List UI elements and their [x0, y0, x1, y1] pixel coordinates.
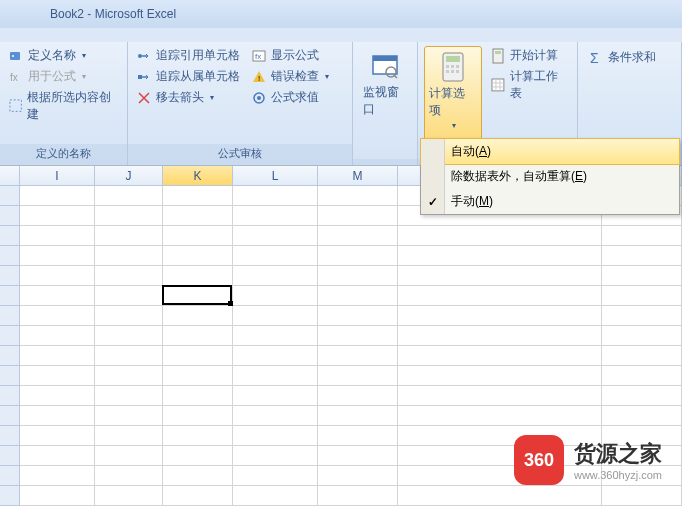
cell[interactable] — [20, 406, 95, 426]
cell[interactable] — [398, 486, 602, 506]
cell[interactable] — [318, 246, 398, 266]
cell[interactable] — [95, 206, 163, 226]
cell[interactable] — [95, 426, 163, 446]
cell[interactable] — [95, 266, 163, 286]
cell[interactable] — [602, 386, 682, 406]
cell[interactable] — [233, 246, 318, 266]
watch-window-button[interactable]: 监视窗口 — [359, 46, 411, 155]
row-header[interactable] — [0, 246, 20, 266]
col-header[interactable] — [0, 166, 20, 185]
cell[interactable] — [398, 406, 602, 426]
cell[interactable] — [163, 306, 233, 326]
cell[interactable] — [233, 366, 318, 386]
col-header-j[interactable]: J — [95, 166, 163, 185]
cell[interactable] — [95, 406, 163, 426]
cell[interactable] — [233, 186, 318, 206]
cell[interactable] — [318, 226, 398, 246]
cell[interactable] — [233, 266, 318, 286]
cell[interactable] — [318, 326, 398, 346]
col-header-l[interactable]: L — [233, 166, 318, 185]
cell[interactable] — [163, 486, 233, 506]
cell[interactable] — [20, 226, 95, 246]
cell[interactable] — [233, 306, 318, 326]
cell[interactable] — [233, 206, 318, 226]
cell[interactable] — [163, 446, 233, 466]
row-header[interactable] — [0, 286, 20, 306]
cell[interactable] — [318, 186, 398, 206]
cell[interactable] — [20, 346, 95, 366]
define-name-button[interactable]: 定义名称 ▾ — [6, 46, 121, 65]
row-header[interactable] — [0, 446, 20, 466]
row-header[interactable] — [0, 346, 20, 366]
cell[interactable] — [398, 286, 602, 306]
cell[interactable] — [20, 306, 95, 326]
cell[interactable] — [20, 486, 95, 506]
row-header[interactable] — [0, 426, 20, 446]
cell[interactable] — [95, 246, 163, 266]
cell[interactable] — [163, 266, 233, 286]
cell[interactable] — [318, 466, 398, 486]
menu-item-except-tables[interactable]: 除数据表外，自动重算(E) — [421, 164, 679, 189]
cell[interactable] — [398, 266, 602, 286]
cell[interactable] — [95, 486, 163, 506]
row-header[interactable] — [0, 226, 20, 246]
row-header[interactable] — [0, 386, 20, 406]
cell[interactable] — [95, 386, 163, 406]
cell[interactable] — [233, 406, 318, 426]
cell[interactable] — [602, 286, 682, 306]
cell[interactable] — [602, 306, 682, 326]
cell[interactable] — [163, 226, 233, 246]
row-header[interactable] — [0, 326, 20, 346]
error-check-button[interactable]: ! 错误检查 ▾ — [249, 67, 331, 86]
cell[interactable] — [163, 326, 233, 346]
cell[interactable] — [602, 226, 682, 246]
cell[interactable] — [318, 366, 398, 386]
cell[interactable] — [233, 226, 318, 246]
cell[interactable] — [20, 386, 95, 406]
cell[interactable] — [95, 446, 163, 466]
cell[interactable] — [318, 206, 398, 226]
row-header[interactable] — [0, 266, 20, 286]
cell[interactable] — [398, 226, 602, 246]
conditional-sum-button[interactable]: Σ 条件求和 — [586, 48, 658, 67]
row-header[interactable] — [0, 366, 20, 386]
show-formulas-button[interactable]: fx 显示公式 — [249, 46, 331, 65]
cell[interactable] — [602, 346, 682, 366]
cell[interactable] — [233, 326, 318, 346]
cell[interactable] — [233, 426, 318, 446]
cell[interactable] — [95, 466, 163, 486]
row-header[interactable] — [0, 306, 20, 326]
cell[interactable] — [602, 486, 682, 506]
cell[interactable] — [318, 386, 398, 406]
cell[interactable] — [398, 366, 602, 386]
cell[interactable] — [318, 346, 398, 366]
cell[interactable] — [602, 366, 682, 386]
cell[interactable] — [398, 306, 602, 326]
menu-item-manual[interactable]: ✓ 手动(M) — [421, 189, 679, 214]
cell[interactable] — [318, 286, 398, 306]
cell[interactable] — [233, 446, 318, 466]
cell[interactable] — [95, 226, 163, 246]
cell[interactable] — [20, 426, 95, 446]
row-header[interactable] — [0, 206, 20, 226]
cell[interactable] — [20, 286, 95, 306]
cell[interactable] — [163, 406, 233, 426]
cell[interactable] — [20, 186, 95, 206]
menu-item-automatic[interactable]: 自动(A) — [420, 138, 680, 165]
col-header-k[interactable]: K — [163, 166, 233, 185]
cell[interactable] — [163, 246, 233, 266]
col-header-m[interactable]: M — [318, 166, 398, 185]
cell[interactable] — [163, 186, 233, 206]
cell[interactable] — [20, 466, 95, 486]
cell[interactable] — [233, 286, 318, 306]
cell[interactable] — [318, 486, 398, 506]
cell[interactable] — [602, 326, 682, 346]
cell[interactable] — [163, 366, 233, 386]
evaluate-formula-button[interactable]: 公式求值 — [249, 88, 331, 107]
trace-precedents-button[interactable]: 追踪引用单元格 — [134, 46, 249, 65]
cell[interactable] — [20, 206, 95, 226]
cell[interactable] — [602, 246, 682, 266]
row-header[interactable] — [0, 186, 20, 206]
cell[interactable] — [95, 306, 163, 326]
trace-dependents-button[interactable]: 追踪从属单元格 — [134, 67, 249, 86]
